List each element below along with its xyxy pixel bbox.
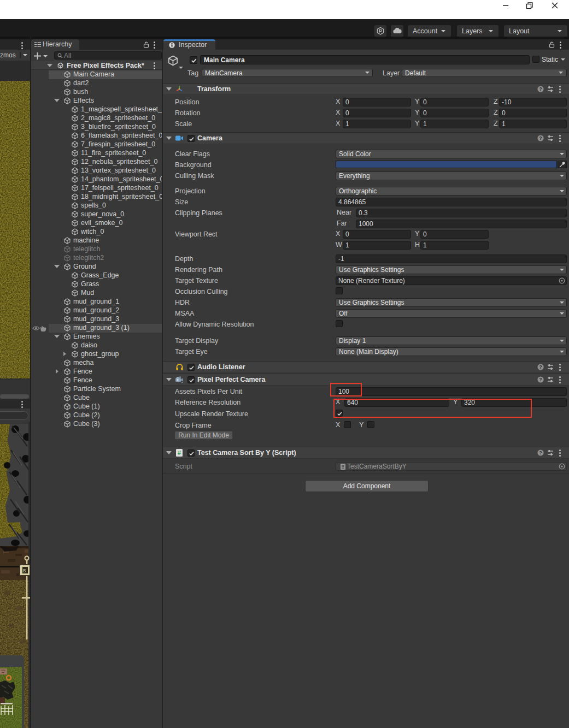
svg-text:?: ? bbox=[539, 86, 542, 92]
svg-text:?: ? bbox=[539, 377, 542, 382]
svg-text:?: ? bbox=[539, 135, 542, 141]
svg-text:?: ? bbox=[539, 364, 542, 370]
svg-text:B: B bbox=[23, 569, 26, 574]
svg-text:#: # bbox=[178, 449, 181, 456]
svg-text:?: ? bbox=[539, 450, 542, 455]
